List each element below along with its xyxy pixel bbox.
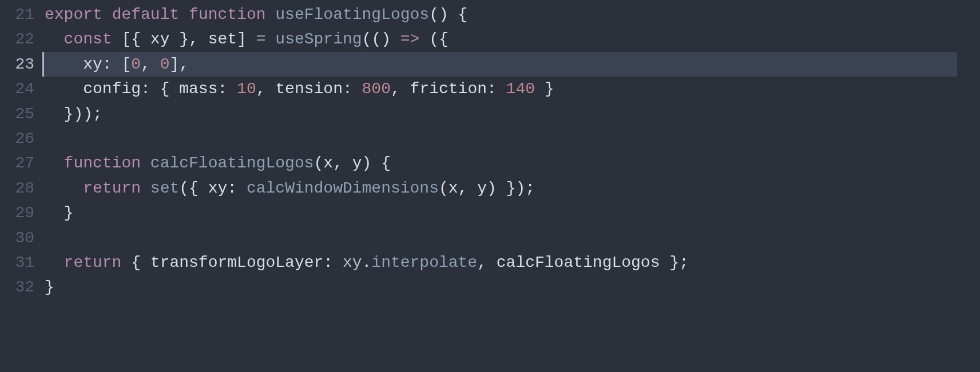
code-token: y — [477, 179, 487, 197]
code-token — [449, 6, 458, 23]
code-token: : — [227, 179, 247, 197]
code-token: }; — [660, 254, 688, 271]
code-token — [141, 179, 150, 197]
code-token: : — [487, 80, 506, 98]
code-token: calcFloatingLogos — [150, 154, 314, 172]
code-token: ] — [237, 30, 256, 48]
line-number: 28 — [0, 176, 34, 201]
code-token — [45, 55, 83, 73]
code-token: xy — [150, 30, 170, 48]
code-token: xy — [343, 254, 362, 271]
code-token: 0 — [131, 55, 141, 73]
code-token: : — [323, 254, 343, 271]
code-token: function — [189, 6, 265, 23]
code-token: x — [323, 154, 333, 172]
code-line[interactable]: } — [42, 201, 980, 225]
code-token — [121, 254, 131, 271]
code-token: calcWindowDimensions — [247, 179, 439, 197]
line-number: 25 — [0, 102, 34, 126]
line-number: 26 — [0, 126, 34, 151]
line-number-gutter: 212223242526272829303132 — [0, 2, 42, 372]
line-number: 21 — [0, 2, 34, 27]
code-line[interactable]: function calcFloatingLogos(x, y) { — [42, 151, 980, 175]
code-token: ) }); — [487, 179, 535, 197]
line-number: 30 — [0, 226, 34, 250]
code-token: y — [352, 154, 362, 172]
code-token — [141, 154, 150, 172]
code-token: xy — [208, 179, 228, 197]
code-token: () — [429, 6, 449, 23]
code-token: 800 — [362, 80, 391, 98]
code-token: mass — [179, 80, 217, 98]
code-line[interactable]: return { transformLogoLayer: xy.interpol… — [42, 250, 980, 275]
code-token: } — [64, 204, 74, 222]
code-token: x — [449, 179, 458, 197]
code-token — [45, 204, 64, 222]
line-number: 27 — [0, 151, 34, 175]
code-token: const — [64, 30, 112, 48]
code-token: 10 — [237, 80, 256, 98]
code-area[interactable]: export default function useFloatingLogos… — [42, 2, 980, 372]
code-token: , — [141, 55, 160, 73]
line-number: 32 — [0, 275, 34, 299]
code-token: ], — [169, 55, 189, 73]
code-line[interactable] — [42, 126, 980, 151]
code-token: useSpring — [275, 30, 362, 48]
code-token: => — [400, 30, 420, 48]
code-token: interpolate — [371, 254, 477, 271]
code-token: function — [64, 154, 141, 172]
code-token: : — [343, 80, 362, 98]
code-token: ({ — [419, 30, 448, 48]
code-line[interactable]: } — [42, 275, 980, 299]
code-line[interactable]: config: { mass: 10, tension: 800, fricti… — [42, 77, 980, 101]
code-line[interactable]: export default function useFloatingLogos… — [42, 2, 980, 27]
code-token: ({ — [179, 179, 208, 197]
code-token: set — [208, 30, 237, 48]
code-token — [45, 254, 64, 271]
code-token: , — [333, 154, 352, 172]
code-token — [266, 6, 276, 23]
code-editor[interactable]: 212223242526272829303132 export default … — [0, 0, 980, 372]
code-line[interactable]: const [{ xy }, set] = useSpring(() => ({ — [42, 27, 980, 51]
code-line[interactable] — [42, 226, 980, 250]
code-token: }, — [169, 30, 208, 48]
code-token: tension — [275, 80, 343, 98]
code-token: , — [458, 179, 478, 197]
code-token: })); — [64, 105, 102, 123]
code-line[interactable]: })); — [42, 102, 980, 126]
code-token: ) { — [362, 154, 391, 172]
code-token: = — [256, 30, 266, 48]
code-token: 0 — [160, 55, 170, 73]
code-token — [45, 179, 83, 197]
line-number: 23 — [0, 52, 34, 77]
code-token — [45, 30, 64, 48]
code-token: } — [45, 278, 54, 296]
code-token: calcFloatingLogos — [497, 254, 660, 271]
line-number: 29 — [0, 201, 34, 225]
code-token: return — [83, 179, 141, 197]
code-token — [179, 6, 189, 23]
code-token — [45, 80, 83, 98]
code-token: : { — [141, 80, 179, 98]
code-token: . — [362, 254, 372, 271]
code-token: { — [131, 254, 150, 271]
code-token: transformLogoLayer — [150, 254, 323, 271]
code-token: { — [458, 6, 468, 23]
code-token — [112, 30, 122, 48]
code-token: , — [477, 254, 497, 271]
line-number: 22 — [0, 27, 34, 51]
code-token: : — [217, 80, 237, 98]
code-token — [266, 30, 276, 48]
code-token: , — [256, 80, 276, 98]
code-token: ( — [314, 154, 324, 172]
code-token: default — [112, 6, 180, 23]
code-line[interactable]: xy: [0, 0], — [42, 52, 957, 77]
code-token: [{ — [121, 30, 150, 48]
code-line[interactable]: return set({ xy: calcWindowDimensions(x,… — [42, 176, 980, 201]
code-token — [102, 6, 112, 23]
code-token: 140 — [506, 80, 535, 98]
code-token: } — [535, 80, 554, 98]
line-number: 24 — [0, 77, 34, 101]
code-token: return — [64, 254, 122, 271]
code-token: friction — [410, 80, 487, 98]
